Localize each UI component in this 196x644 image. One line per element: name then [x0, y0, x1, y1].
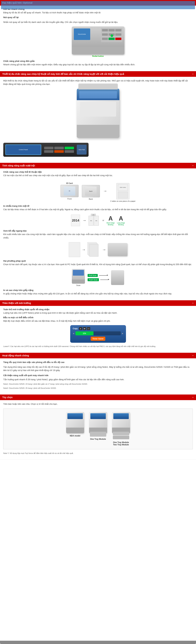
- eco-header[interactable]: Thân thiện với môi trường −: [0, 300, 196, 306]
- toner-saver-label: Toner Saver: [92, 338, 103, 340]
- scan-para: Chọn từ hai cách để quét, tùy thuộc vào …: [3, 263, 193, 266]
- short-edge-label: Short EdgeBinding: [106, 222, 115, 226]
- copy-label: Copy: [73, 328, 78, 330]
- fax-broadcast-para: Nhanh chóng gửi tài liệu đến một nhóm ng…: [3, 63, 193, 66]
- nda-printer-img: [66, 412, 84, 433]
- performance-header[interactable]: Tính năng năng suất vượt trội −: [0, 163, 196, 168]
- nda-model-item: NDA model: [66, 412, 84, 446]
- toner-panel-container: Copy ■ ■■ 111 ◀ 11% ▶ Toner Saver: [3, 325, 193, 343]
- one-tray-model-label: One Tray Module: [90, 438, 106, 440]
- multi-stacked-img: P3 P4 ≡P2: [89, 214, 100, 227]
- options-title: Tùy chọn: [2, 396, 13, 399]
- fast-footnote1: Note1: DocuCentre S2520. 23 trang / phút…: [3, 383, 193, 386]
- multi-stacked-col: P3 P4 ≡P2: [89, 214, 100, 227]
- pc-device-img: [111, 270, 124, 285]
- alt-source-col: [69, 242, 80, 257]
- alt-result-img: [108, 243, 127, 256]
- ufp-heading: Tuân thủ môi trường được quốc tế công nh…: [3, 308, 193, 311]
- id-card-feature-row: ID Card ID Front Back Back → Both sides: [3, 180, 193, 202]
- id-card-back-col: Back Back: [82, 182, 100, 200]
- alt-arrow2: →: [102, 247, 106, 252]
- short-edge-col: A Short EdgeBinding: [106, 215, 115, 226]
- id-card-result-col: Both sides 2 sides on one piece of a pap…: [110, 180, 136, 202]
- eco-section: Thân thiện với môi trường − Tuân thủ môi…: [0, 300, 196, 353]
- push-scan-btn: Push Scan: [88, 278, 99, 281]
- fast-header[interactable]: Hoạt động nhanh chóng −: [0, 353, 196, 358]
- fast-footnote2: Note2: DocuCentre S2520. 25 trang / phút…: [3, 387, 193, 390]
- id-card-label: ID Card: [66, 182, 73, 184]
- alt-stack-img: [88, 242, 100, 257]
- multi-page-para: Các tài liệu khác nhau có thể được in ở …: [3, 208, 193, 211]
- fast-intro: Tăng tốc quý trình làm việc văn phòng vớ…: [3, 361, 193, 364]
- id-card-heading: Chức năng sao chép thẻ ID thuận tiện: [3, 171, 193, 173]
- scan-arrows-col: Pull Scan ▶ Push Scan ▶: [88, 274, 108, 281]
- fax-sub2-heading: Chức năng phát sóng đơn giản: [3, 60, 193, 62]
- fax-para1: Đăng ký tối đa 30 số để quay số nhanh. T…: [3, 11, 193, 14]
- id-card-result-label: 2 sides on one piece of a paper: [110, 200, 136, 202]
- id-back-label: Back: [89, 198, 93, 200]
- options-footnote: Note Y: Sử dụng hộp mực Fuji Xerox để đả…: [3, 452, 193, 455]
- id-front-label: Front: [67, 198, 72, 200]
- scan-label: Scan: [76, 284, 80, 286]
- binding-arrow1: →: [82, 218, 86, 223]
- or-divider: or: [102, 219, 104, 222]
- ufp-para: Lượng hạt siêu min (UFP Note1) phát ra t…: [3, 311, 193, 315]
- pc-device-col: [111, 270, 124, 285]
- push-scan-row: Push Scan ▶: [88, 278, 108, 281]
- options-toggle: −: [192, 396, 194, 399]
- scan-heading: Hai phương pháp quét: [3, 260, 193, 262]
- alternating-para: Khi xuất nhiều bản sao của cùng một tài …: [3, 233, 193, 240]
- options-section: Tùy chọn − Trên bàn hoặc trên sàn nhà. C…: [0, 394, 196, 460]
- a3-toggle: −: [192, 72, 194, 76]
- performance-toggle: −: [192, 164, 194, 167]
- long-edge-label: Long EdgeBinding: [117, 222, 125, 226]
- scan-device-img: [72, 269, 85, 284]
- performance-section: Tính năng năng suất vượt trội − Chức năn…: [0, 163, 196, 300]
- id-card-front-img: ID: [61, 185, 79, 197]
- short-edge-a-img: A: [108, 215, 113, 222]
- options-body: Trên bàn hoặc trên sàn nhà. Chọn vị trí …: [0, 400, 196, 460]
- performance-body: Chức năng sao chép thẻ ID thuận tiện Cả …: [0, 168, 196, 300]
- source-doc-img: 2014: [71, 214, 80, 226]
- heavy-paper-para: In giấy chứng nhận hoặc thiệp chúc mừng …: [3, 292, 193, 296]
- eco-title: Thân thiện với môi trường: [2, 302, 31, 304]
- nda-model-label: NDA model: [70, 435, 80, 437]
- pull-scan-row: Pull Scan ▶: [88, 274, 107, 277]
- fast-scan-heading: Cải thiện năng suất với quét máy nhanh h…: [3, 374, 193, 377]
- fast-section: Hoạt động nhanh chóng − Tăng tốc quý trì…: [0, 353, 196, 394]
- long-edge-col: A Long EdgeBinding: [117, 215, 125, 226]
- a3-body: Một thiết bị đa chức năng được trang bị …: [0, 77, 196, 163]
- fast-body: Tăng tốc quý trình làm việc văn phòng vớ…: [0, 358, 196, 394]
- fax-para2: Nhấn nút quay số lại hiển thị danh sách …: [3, 20, 193, 24]
- two-tray-model-item: One Tray ModuleTwo Tray Module: [112, 412, 130, 446]
- fast-para1: Tận dụng khả năng sao chép tốc độ cao ở …: [3, 366, 193, 372]
- eco-toggle: −: [192, 302, 194, 304]
- one-tray-printer-img: [89, 412, 107, 436]
- id-card-back-img: Back: [82, 185, 100, 197]
- scan-device-col: Scan: [72, 269, 85, 286]
- fax-machine-image: DocuCentre: [3, 26, 193, 57]
- a3-control-panel: Control Panel Num Pad: [3, 143, 193, 157]
- a3-section: Thiết bị đa chức năng sao chép kỹ thuật …: [0, 71, 196, 163]
- toner-percent: 11%: [76, 331, 94, 335]
- two-tray-printer-img: [112, 412, 130, 440]
- long-edge-a-img: A: [119, 215, 123, 222]
- toner-para: Mật độ mực được điều chỉnh về sâu cài đặ…: [3, 319, 193, 323]
- options-header[interactable]: Tùy chọn −: [0, 394, 196, 400]
- fax-body: Gửi fax nhanh chóng Đăng ký tối đa 30 số…: [0, 6, 196, 71]
- id-card-result-img: Both sides: [116, 183, 129, 200]
- fast-title: Hoạt động nhanh chóng: [2, 354, 29, 357]
- heavy-paper-heading: In và sao chép trên giấy nặng: [3, 289, 193, 292]
- multi-page-heading: In nhiều trang trên một tờ: [3, 205, 193, 207]
- id-card-arrow: →: [103, 189, 107, 193]
- performance-title: Tính năng năng suất vượt trội: [2, 164, 35, 167]
- a3-printer-image: [3, 89, 193, 140]
- fast-scan-para: Tần hướng quét nhanh ở 28 trang / phút N…: [3, 378, 193, 381]
- one-tray-model-item: One Tray Module: [89, 412, 107, 446]
- eco-footnote: LowerY: Các hạt siêu min (UFP) là các hạ…: [3, 345, 193, 348]
- fax-section: Fax hiệu quả hơn -Optional − Gửi fax nha…: [0, 0, 196, 71]
- a3-title: Thiết bị đa chức năng sao chép kỹ thuật …: [2, 73, 124, 75]
- alt-arrow: →: [82, 247, 86, 252]
- fast-toggle: −: [192, 354, 194, 357]
- a3-header[interactable]: Thiết bị đa chức năng sao chép kỹ thuật …: [0, 71, 196, 77]
